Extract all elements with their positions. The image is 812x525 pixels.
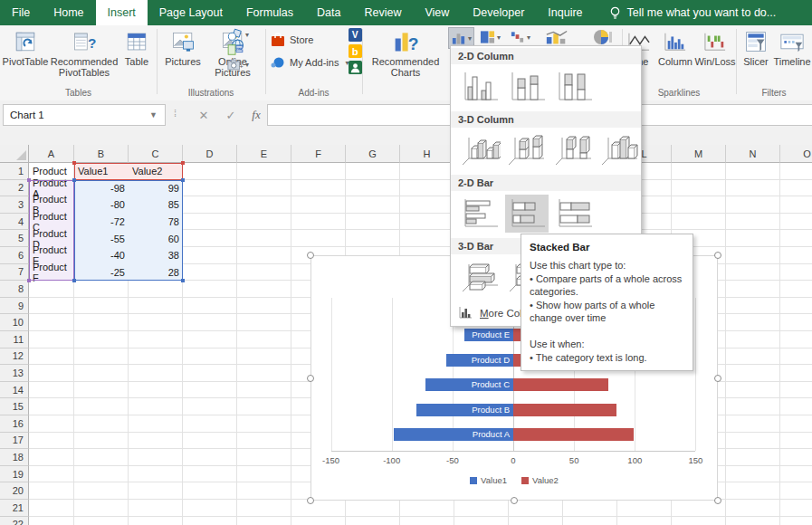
pivottable-button[interactable]: PivotTable [2, 27, 49, 67]
chart-selection-handle[interactable] [511, 497, 518, 504]
tab-file[interactable]: File [0, 0, 42, 25]
row-header-21[interactable]: 21 [0, 500, 29, 517]
row-header-13[interactable]: 13 [0, 365, 29, 382]
legend-item-value1[interactable]: Value1 [470, 475, 507, 485]
row-header-17[interactable]: 17 [0, 433, 29, 450]
bar-value2-product-b[interactable] [513, 404, 616, 416]
cell-A7[interactable]: Product F [29, 264, 74, 282]
cell-B4[interactable]: -72 [74, 214, 129, 231]
cell-B5[interactable]: -55 [74, 230, 129, 247]
tab-insert[interactable]: Insert [96, 0, 148, 25]
cell-B2[interactable]: -98 [74, 180, 129, 197]
column-header-F[interactable]: F [291, 145, 346, 163]
cell-C6[interactable]: 38 [129, 247, 183, 264]
column-header-B[interactable]: B [74, 145, 129, 163]
chart-legend[interactable]: Value1Value2 [311, 475, 717, 485]
chart-thumb-stacked-column[interactable] [505, 68, 549, 106]
insert-waterfall-chart-button[interactable]: ▾ [508, 27, 532, 47]
row-header-15[interactable]: 15 [0, 398, 29, 415]
cell-B6[interactable]: -40 [74, 247, 129, 264]
row-header-19[interactable]: 19 [0, 466, 29, 483]
row-header-5[interactable]: 5 [0, 230, 29, 247]
cancel-button[interactable]: ✕ [192, 104, 215, 126]
cell-C4[interactable]: 78 [129, 214, 183, 231]
tell-me-box[interactable]: Tell me what you want to do... [595, 0, 777, 25]
column-header-C[interactable]: C [129, 145, 183, 163]
screenshot-button[interactable]: +▾ [227, 59, 249, 71]
row-header-2[interactable]: 2 [0, 180, 29, 197]
row-header-22[interactable]: 22 [0, 517, 29, 525]
cell-C2[interactable]: 99 [129, 180, 183, 197]
chart-selection-handle[interactable] [307, 497, 314, 504]
row-header-6[interactable]: 6 [0, 247, 29, 264]
name-box[interactable]: Chart 1 ▼ [3, 104, 166, 126]
column-header-N[interactable]: N [726, 145, 780, 163]
row-header-1[interactable]: 1 [0, 163, 29, 180]
name-box-caret-icon[interactable]: ▼ [149, 110, 158, 119]
chart-selection-handle[interactable] [714, 497, 721, 504]
chart-selection-handle[interactable] [307, 375, 314, 382]
cell-C1[interactable]: Value2 [129, 163, 183, 180]
tab-formulas[interactable]: Formulas [234, 0, 305, 25]
tab-view[interactable]: View [413, 0, 461, 25]
cell-B3[interactable]: -80 [74, 196, 129, 214]
row-header-20[interactable]: 20 [0, 482, 29, 500]
smartart-button[interactable] [227, 43, 244, 56]
insert-function-button[interactable]: fx [244, 104, 268, 126]
cell-C7[interactable]: 28 [129, 264, 183, 282]
tab-inquire[interactable]: Inquire [536, 0, 594, 25]
row-header-10[interactable]: 10 [0, 314, 29, 331]
legend-item-value2[interactable]: Value2 [521, 475, 559, 485]
chart-thumb-stacked-bar[interactable] [505, 195, 549, 233]
chart-thumb-stacked-column-3d[interactable] [505, 131, 549, 169]
chart-selection-handle[interactable] [714, 375, 721, 382]
bing-addin-button[interactable]: b [349, 44, 362, 58]
column-header-G[interactable]: G [346, 145, 400, 163]
row-header-11[interactable]: 11 [0, 331, 29, 348]
tab-developer[interactable]: Developer [461, 0, 536, 25]
insert-pie-chart-button[interactable] [590, 27, 616, 47]
insert-combo-chart-button[interactable] [543, 27, 570, 47]
chart-selection-handle[interactable] [714, 252, 721, 259]
row-header-16[interactable]: 16 [0, 415, 29, 433]
tab-data[interactable]: Data [305, 0, 352, 25]
row-header-4[interactable]: 4 [0, 214, 29, 231]
column-header-E[interactable]: E [237, 145, 291, 163]
row-header-14[interactable]: 14 [0, 382, 29, 399]
cell-B7[interactable]: -25 [74, 264, 129, 282]
chart-thumb-stacked-bar-100[interactable] [552, 195, 596, 233]
row-header-8[interactable]: 8 [0, 281, 29, 298]
grid-select-all-corner[interactable] [0, 145, 29, 163]
formula-bar-grip[interactable]: ⁞ [174, 108, 177, 119]
tab-page-layout[interactable]: Page Layout [148, 0, 234, 25]
recommended-pivottables-button[interactable]: ? Recommended PivotTables [49, 27, 119, 78]
timeline-button[interactable]: Timeline [773, 27, 811, 67]
table-button[interactable]: Table [119, 27, 155, 67]
chart-thumb-clustered-column-3d[interactable] [458, 131, 502, 169]
cell-B1[interactable]: Value1 [74, 163, 129, 180]
column-header-O[interactable]: O [780, 145, 812, 163]
shapes-button[interactable]: ▾ [227, 28, 249, 42]
cell-C5[interactable]: 60 [129, 230, 183, 247]
chart-thumb-column-3d[interactable] [598, 131, 642, 169]
column-header-H[interactable]: H [400, 145, 454, 163]
bar-value2-product-a[interactable] [513, 428, 634, 441]
chart-thumb-clustered-column[interactable] [458, 68, 502, 106]
insert-hierarchy-chart-button[interactable]: ▾ [478, 27, 502, 47]
chart-thumb-stacked-column-100[interactable] [552, 68, 596, 106]
row-header-3[interactable]: 3 [0, 196, 29, 214]
cell-C3[interactable]: 85 [129, 196, 183, 214]
column-header-A[interactable]: A [29, 145, 74, 163]
pictures-button[interactable]: Pictures [159, 27, 206, 67]
row-header-9[interactable]: 9 [0, 298, 29, 315]
visio-addin-button[interactable]: V [349, 28, 362, 42]
tab-home[interactable]: Home [42, 0, 95, 25]
enter-button[interactable]: ✓ [219, 104, 243, 126]
store-button[interactable]: Store [271, 33, 313, 47]
sparkline-winloss-button[interactable]: Win/Loss [695, 27, 735, 67]
chart-thumb-clustered-bar[interactable] [458, 195, 502, 233]
chart-thumb-clustered-bar-3d[interactable] [458, 258, 502, 296]
tab-review[interactable]: Review [352, 0, 413, 25]
row-header-12[interactable]: 12 [0, 348, 29, 366]
sparkline-column-button[interactable]: Column [655, 27, 695, 67]
